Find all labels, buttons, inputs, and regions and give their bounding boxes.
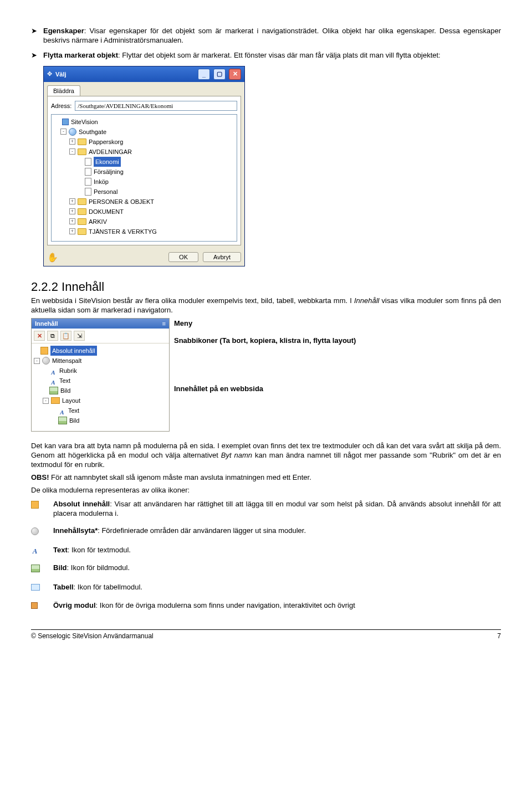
hand-icon: ✋	[47, 252, 58, 263]
legend-row-absolut: Absolut innehåll: Visar att användaren h…	[31, 500, 501, 519]
tree-node[interactable]: Bild	[33, 386, 168, 396]
tabstrip: Bläddra	[44, 82, 244, 96]
page-icon	[85, 188, 91, 196]
bullet-marker-icon: ➤	[31, 27, 43, 45]
folder-tree[interactable]: SiteVision -Southgate +Papperskorg -AVDE…	[51, 114, 237, 242]
icons-intro: De olika modulerna representeras av olik…	[31, 486, 501, 495]
address-input[interactable]	[75, 101, 237, 111]
folder-icon	[78, 228, 86, 235]
bullet-flytta: ➤ Flytta markerat objekt: Flyttar det ob…	[31, 51, 501, 60]
tree-node[interactable]: +DOKUMENT	[53, 207, 236, 217]
maximize-button[interactable]: ▢	[213, 69, 226, 80]
menu-icon[interactable]: ≡	[162, 320, 166, 327]
move-button[interactable]: ⇲	[74, 331, 85, 341]
absolute-content-icon	[40, 347, 48, 355]
dialog-body: Adress: SiteVision -Southgate +Pappersko…	[47, 96, 241, 245]
bullet-rest: : Flyttar det objekt som är markerat. Et…	[118, 51, 441, 59]
legend-row-ovrig: Övrig modul: Ikon för de övriga modulern…	[31, 601, 501, 612]
legend-row-bild: Bild: Ikon för bildmodul.	[31, 563, 501, 575]
cancel-button[interactable]: Avbryt	[203, 252, 241, 262]
tree-node[interactable]: +TJÄNSTER & VERKTYG	[53, 227, 236, 237]
legend-row-tabell: Tabell: Ikon för tabellmodul.	[31, 583, 501, 593]
tree-node[interactable]: -Mittenspalt	[33, 356, 168, 366]
tree-node[interactable]: Inköp	[53, 177, 236, 187]
footer-copyright: © Senselogic SiteVision Användarmanual	[31, 632, 154, 640]
folder-icon	[78, 198, 86, 205]
footer-page-number: 7	[497, 632, 501, 640]
image-icon	[49, 387, 58, 394]
tree-node[interactable]: Personal	[53, 187, 236, 197]
window-title: Välj	[55, 71, 195, 78]
copy-button[interactable]: ⧉	[47, 331, 58, 341]
icon-legend: Absolut innehåll: Visar att användaren h…	[31, 500, 501, 612]
content-area-icon	[31, 527, 39, 535]
tree-node[interactable]: AText	[33, 406, 168, 416]
folder-icon	[78, 139, 86, 145]
tree-node[interactable]: +Papperskorg	[53, 137, 236, 147]
delete-button[interactable]: ✕	[34, 331, 45, 341]
globe-icon	[69, 128, 76, 136]
tree-node[interactable]: -AVDELNINGAR	[53, 147, 236, 157]
bullet-egenskaper: ➤ Egenskaper: Visar egenskaper för det o…	[31, 27, 501, 45]
close-button[interactable]: ✕	[229, 69, 241, 80]
folder-icon	[78, 208, 86, 215]
section-heading: 2.2.2 Innehåll	[31, 280, 501, 294]
panel-tree[interactable]: Absolut innehåll -Mittenspalt ARubrik AT…	[32, 343, 169, 431]
tree-node[interactable]: +PERSONER & OBJEKT	[53, 197, 236, 207]
titlebar[interactable]: ✥ Välj _ ▢ ✕	[44, 66, 244, 82]
minimize-button[interactable]: _	[198, 69, 210, 80]
legend-row-innehallsyta: Innehållsyta*: Fördefinierade områden dä…	[31, 526, 501, 538]
expand-icon[interactable]: +	[69, 218, 75, 224]
image-icon	[31, 565, 40, 572]
tab-bladdra[interactable]: Bläddra	[47, 85, 80, 96]
collapse-icon[interactable]: -	[34, 358, 40, 364]
text-icon: A	[58, 407, 66, 414]
image-icon	[58, 417, 67, 424]
collapse-icon[interactable]: -	[60, 129, 66, 135]
expand-icon[interactable]: +	[69, 139, 75, 145]
address-label: Adress:	[51, 102, 71, 109]
panel-header[interactable]: Innehåll ≡	[32, 319, 169, 329]
content-area-icon	[42, 357, 50, 365]
callout-snabbikoner: Snabbikoner (Ta bort, kopiera, klistra i…	[174, 336, 501, 345]
tree-node[interactable]: Bild	[33, 416, 168, 425]
expand-icon[interactable]: +	[69, 208, 75, 214]
bullet-body: Flytta markerat objekt: Flyttar det obje…	[43, 51, 501, 60]
page-footer: © Senselogic SiteVision Användarmanual 7	[31, 629, 501, 640]
folder-icon	[78, 218, 86, 225]
collapse-icon[interactable]: -	[69, 148, 75, 155]
expand-icon[interactable]: +	[69, 198, 75, 204]
tree-node[interactable]: -Southgate	[53, 127, 236, 137]
tree-node[interactable]: Absolut innehåll	[33, 346, 168, 356]
tree-node[interactable]: ARubrik	[33, 366, 168, 376]
page-icon	[85, 158, 91, 166]
bullet-bold: Flytta markerat objekt	[43, 51, 118, 59]
text-icon: A	[49, 377, 57, 384]
tree-node[interactable]: AText	[33, 376, 168, 386]
tree-node[interactable]: -Layout	[33, 396, 168, 406]
bullet-marker-icon: ➤	[31, 51, 43, 60]
callout-innehallet: Innehållet på en webbsida	[174, 384, 501, 393]
callout-meny: Meny	[174, 319, 501, 327]
tree-node-selected[interactable]: Ekonomi	[53, 157, 236, 167]
panel-and-callouts: Innehåll ≡ ✕ ⧉ 📋 ⇲ Absolut innehåll -Mit…	[31, 318, 501, 432]
collapse-icon[interactable]: -	[43, 398, 49, 404]
expand-icon[interactable]: +	[69, 228, 75, 234]
ok-button[interactable]: OK	[168, 252, 198, 262]
tree-node[interactable]: +ARKIV	[53, 217, 236, 227]
paste-button[interactable]: 📋	[60, 331, 71, 341]
callouts: Meny Snabbikoner (Ta bort, kopiera, klis…	[174, 318, 501, 402]
tree-node[interactable]: SiteVision	[53, 117, 236, 127]
table-icon	[31, 584, 40, 591]
obs-label: OBS!	[31, 473, 49, 481]
folder-open-icon	[78, 148, 86, 155]
rename-paragraph: Det kan vara bra att byta namn på module…	[31, 442, 501, 470]
layout-icon	[51, 397, 60, 404]
dialog-footer: ✋ OK Avbryt	[44, 249, 244, 266]
text-icon: A	[49, 367, 57, 374]
tree-node[interactable]: Försäljning	[53, 167, 236, 177]
valj-dialog: ✥ Välj _ ▢ ✕ Bläddra Adress: SiteVision …	[43, 66, 245, 266]
bullet-body: Egenskaper: Visar egenskaper för det obj…	[43, 27, 501, 45]
panel-title: Innehåll	[35, 320, 58, 327]
bullet-rest: : Visar egenskaper för det objekt som är…	[43, 27, 501, 44]
